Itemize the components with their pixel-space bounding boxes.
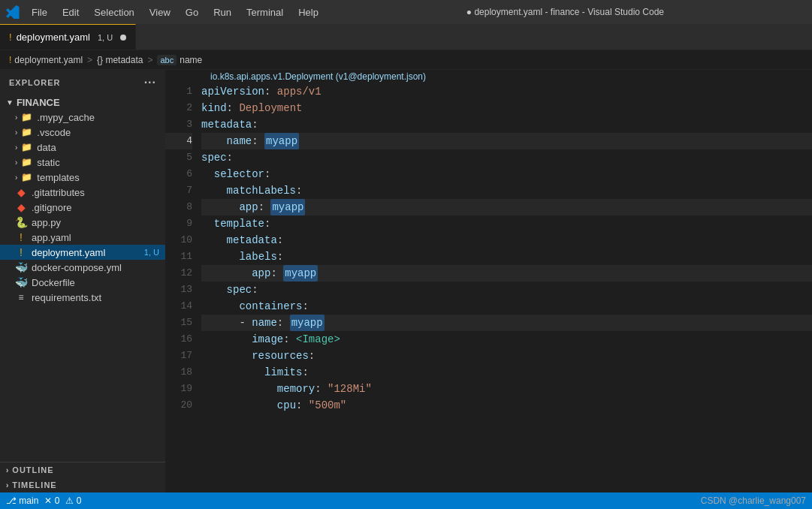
sidebar-item-gitattributes[interactable]: ◆ .gitattributes	[0, 185, 165, 200]
sidebar-item-vscode[interactable]: › 📁 .vscode	[0, 125, 165, 140]
tab-deployment-yaml[interactable]: ! deployment.yaml 1, U	[0, 24, 136, 50]
sidebar-item-static[interactable]: › 📁 static	[0, 155, 165, 170]
code-line-5: spec:	[201, 149, 812, 166]
tab-exclaim: !	[9, 32, 12, 43]
warning-count[interactable]: ⚠ 0	[65, 495, 81, 506]
root-label: FINANCE	[17, 97, 60, 108]
menu-run[interactable]: Run	[207, 4, 237, 21]
token: labels	[239, 248, 276, 265]
token: :	[258, 199, 271, 215]
sidebar-item-mypy-cache[interactable]: › 📁 .mypy_cache	[0, 110, 165, 125]
code-line-20: cpu: "500m"	[201, 397, 812, 414]
token	[201, 215, 214, 232]
tab-bar: ! deployment.yaml 1, U	[0, 24, 812, 50]
code-line-15: - name: myapp	[201, 315, 812, 331]
code-line-7: matchLabels:	[201, 182, 812, 199]
sidebar-item-docker-compose[interactable]: 🐳 docker-compose.yml	[0, 260, 165, 275]
token: :	[283, 331, 296, 348]
line-num-2: 2	[165, 100, 192, 116]
token	[201, 248, 239, 265]
token: :	[277, 248, 283, 265]
menu-go[interactable]: Go	[180, 4, 204, 21]
token: :	[227, 149, 233, 166]
token: <Image>	[296, 331, 340, 348]
status-right: CSDN @charlie_wang007	[701, 495, 806, 506]
folder-icon: 📁	[20, 141, 32, 153]
sidebar-item-data[interactable]: › 📁 data	[0, 140, 165, 155]
tree-item-label: .vscode	[37, 127, 159, 138]
token: "128Mi"	[328, 381, 372, 397]
git-icon: ◆	[15, 201, 27, 213]
token: :	[264, 166, 270, 182]
error-count[interactable]: ✕ 0	[44, 495, 59, 506]
token: :	[296, 397, 309, 414]
menu-view[interactable]: View	[143, 4, 177, 21]
tree-item-label: static	[37, 157, 159, 168]
token: resources	[252, 348, 309, 364]
token	[201, 364, 264, 381]
menu-help[interactable]: Help	[292, 4, 324, 21]
vscode-icon	[6, 5, 20, 19]
sidebar-item-dockerfile[interactable]: 🐳 Dockerfile	[0, 275, 165, 290]
yaml-icon: !	[15, 231, 27, 243]
breadcrumb-node2[interactable]: name	[180, 55, 202, 65]
py-icon: 🐍	[15, 216, 27, 228]
tab-label: deployment.yaml	[17, 32, 90, 43]
tree-item-label: docker-compose.yml	[32, 262, 159, 273]
menu-bar[interactable]: File Edit Selection View Go Run Terminal…	[26, 4, 324, 21]
line-num-3: 3	[165, 116, 192, 133]
editor-content[interactable]: 1 2 3 4 5 6 7 8 9 10 11 12 13 14 15 16 1…	[165, 83, 812, 492]
code-line-18: limits:	[201, 364, 812, 381]
token	[201, 166, 214, 182]
sidebar-item-deployment-yaml[interactable]: ! deployment.yaml 1, U	[0, 245, 165, 260]
folder-chevron: ›	[15, 158, 17, 167]
token	[201, 348, 252, 364]
menu-selection[interactable]: Selection	[88, 4, 140, 21]
token	[201, 199, 239, 215]
tree-root[interactable]: ▼ FINANCE	[0, 95, 165, 110]
outline-chevron: ›	[6, 466, 9, 474]
token: name	[252, 315, 277, 331]
code-line-17: resources:	[201, 348, 812, 364]
folder-chevron: ›	[15, 128, 17, 137]
token	[201, 298, 239, 315]
line-num-10: 10	[165, 232, 192, 248]
docker-icon: 🐳	[15, 261, 27, 273]
breadcrumb-node2-icon: abc	[157, 55, 177, 65]
breadcrumb-file[interactable]: deployment.yaml	[14, 55, 83, 65]
breadcrumb-node1[interactable]: {} metadata	[97, 55, 143, 65]
line-num-13: 13	[165, 282, 192, 298]
sidebar-item-templates[interactable]: › 📁 templates	[0, 170, 165, 185]
explorer-label: Explorer	[9, 78, 61, 87]
line-num-12: 12	[165, 265, 192, 282]
line-num-20: 20	[165, 397, 192, 414]
breadcrumb-sep1: >	[87, 55, 92, 65]
sidebar-item-gitignore[interactable]: ◆ .gitignore	[0, 200, 165, 215]
code-line-19: memory: "128Mi"	[201, 381, 812, 397]
code-line-10: metadata:	[201, 232, 812, 248]
outline-section[interactable]: › OUTLINE	[0, 462, 165, 477]
highlight-token: myapp	[270, 199, 305, 215]
menu-edit[interactable]: Edit	[56, 4, 85, 21]
token: cpu	[277, 397, 296, 414]
git-branch[interactable]: ⎇ main	[6, 495, 38, 506]
code-line-9: template:	[201, 215, 812, 232]
sidebar-item-app-yaml[interactable]: ! app.yaml	[0, 230, 165, 245]
folder-chevron: ›	[15, 143, 17, 152]
line-num-17: 17	[165, 348, 192, 364]
folder-icon: 📁	[20, 126, 32, 138]
menu-file[interactable]: File	[26, 4, 53, 21]
menu-terminal[interactable]: Terminal	[240, 4, 289, 21]
tree-item-label: app.py	[32, 217, 159, 228]
sidebar-item-requirements[interactable]: ≡ requirements.txt	[0, 290, 165, 305]
token: -	[239, 315, 252, 331]
timeline-section[interactable]: › TIMELINE	[0, 477, 165, 492]
breadcrumb-exclaim: !	[9, 55, 11, 65]
line-numbers: 1 2 3 4 5 6 7 8 9 10 11 12 13 14 15 16 1…	[165, 83, 201, 492]
code-editor[interactable]: apiVersion: apps/v1 kind: Deployment met…	[201, 83, 812, 492]
sidebar-more-button[interactable]: ···	[144, 76, 156, 89]
sidebar-item-app-py[interactable]: 🐍 app.py	[0, 215, 165, 230]
line-num-11: 11	[165, 248, 192, 265]
line-num-5: 5	[165, 149, 192, 166]
tab-badge: 1, U	[98, 33, 113, 42]
